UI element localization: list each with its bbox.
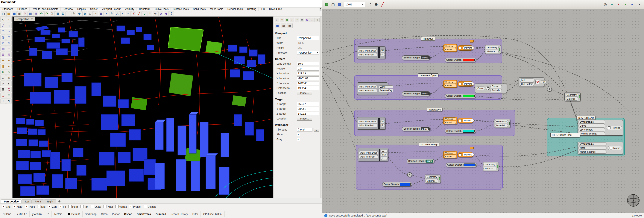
palette-tool-icon[interactable]: ≡	[6, 92, 12, 98]
panel-tab-icon[interactable]: ¶	[315, 18, 320, 22]
panel-tab-icon[interactable]: ≡	[280, 18, 284, 22]
osm-input-point-data[interactable]: OSM Point Data	[358, 49, 377, 52]
gh-toolbar-icon[interactable]: ╱	[380, 2, 385, 7]
toolbar-icon[interactable]: ↻	[110, 11, 114, 16]
osm-output[interactable]: W	[381, 150, 388, 153]
y-target-field[interactable]: 384.51	[297, 107, 320, 111]
palette-tool-icon[interactable]: ▤	[6, 46, 12, 52]
toolbar-icon[interactable]: ▥	[28, 11, 33, 16]
status-layer[interactable]: Default	[65, 211, 82, 217]
panel-subtab-icon[interactable]: ▣	[275, 23, 280, 28]
osnap-item[interactable]: ✓ Mid	[37, 205, 46, 208]
osm-output[interactable]: K	[380, 53, 385, 56]
material-input[interactable]: Material	[565, 97, 578, 100]
menu-item[interactable]: EvoluteTools Complete	[30, 8, 61, 11]
status-toggle[interactable]: Planar	[110, 211, 122, 217]
gh-zoom-combo[interactable]: 106%	[344, 2, 365, 7]
boolean-toggle-highways[interactable]: Boolean Toggle False	[402, 56, 430, 60]
osm-output[interactable]: Bldg	[381, 153, 388, 156]
toolbar-icon[interactable]: ◆	[164, 11, 169, 16]
geometry-material-buildings-2[interactable]: Geometry Material	[424, 174, 441, 183]
viewport-title-tab[interactable]: Perspective	[14, 17, 35, 21]
panel-tab-icon[interactable]: *	[295, 18, 299, 22]
list-input[interactable]: List	[520, 78, 534, 82]
panel-tab-icon[interactable]: ▤	[300, 18, 304, 22]
palette-tool-icon[interactable]: ¶	[6, 98, 12, 104]
closed-output[interactable]: Closed	[490, 85, 502, 88]
x-target-field[interactable]: 669.07	[297, 102, 320, 106]
palette-tool-icon[interactable]: ↖	[0, 17, 6, 22]
status-toggle[interactable]: Grid Snap	[82, 211, 99, 217]
osm-input-point-data[interactable]: OSM Point Data	[359, 151, 378, 154]
status-units[interactable]: Meters	[52, 211, 65, 217]
geometry-input[interactable]: Geometry	[565, 93, 578, 97]
panel-tab-icon[interactable]: ◎	[305, 18, 310, 22]
x-location-field[interactable]: 727.13	[297, 72, 320, 76]
closed-label[interactable]: Closed	[444, 155, 456, 158]
palette-tool-icon[interactable]: ∪	[0, 69, 6, 75]
osnap-checkbox[interactable]: ✓	[115, 205, 118, 208]
panel-scrollbar[interactable]	[320, 16, 322, 198]
palette-tool-icon[interactable]: ▦	[0, 46, 6, 52]
menu-item[interactable]: Transform	[136, 8, 152, 11]
toolbar-icon[interactable]: ╳	[50, 11, 55, 16]
toolbar-icon[interactable]: ?	[169, 11, 174, 16]
toolbar-icon[interactable]: □	[88, 11, 93, 16]
scroll-up-icon[interactable]	[320, 8, 321, 9]
panel-tab-icon[interactable]: ●	[275, 18, 279, 22]
geometry-material-buildings[interactable]: Geometry Material	[483, 162, 499, 171]
toolbar-icon[interactable]: ▧	[34, 11, 38, 16]
toolbar-icon[interactable]: +	[104, 11, 109, 16]
closed-label[interactable]: Closed	[444, 121, 456, 124]
sync-output-polyline[interactable]: Polyline	[606, 126, 622, 130]
toolbar-icon[interactable]: ◇	[158, 11, 163, 16]
zoom-dropdown-icon[interactable]	[362, 4, 364, 5]
osnap-item[interactable]: ✓ Near	[13, 205, 22, 208]
viewport-menu-arrow-icon[interactable]	[31, 18, 33, 20]
osnap-checkbox[interactable]: ✓	[2, 205, 5, 208]
menu-item[interactable]: Select	[88, 8, 100, 11]
rotation-field[interactable]: 0.0	[297, 67, 320, 70]
osnap-checkbox[interactable]	[144, 205, 147, 208]
toolbar-icon[interactable]: ▣	[17, 11, 22, 16]
toolbar-icon[interactable]: ⊡	[61, 11, 66, 16]
osm-input-file-path[interactable]: OSM File Path	[358, 53, 377, 56]
palette-tool-icon[interactable]: ▧	[6, 52, 12, 57]
toolbar-icon[interactable]: ▦	[12, 11, 17, 16]
closed-label[interactable]: Closed	[444, 48, 456, 51]
swatch-color[interactable]	[462, 94, 474, 98]
periodic-output[interactable]: Periodic	[490, 88, 502, 92]
gh-toolbar-icon[interactable]: ◉	[373, 2, 379, 7]
material-input[interactable]: Material	[486, 50, 498, 53]
panel-subtab-icon[interactable]: ◎	[281, 23, 286, 28]
menu-item[interactable]: CPlanes	[15, 8, 30, 11]
toolbar-icon[interactable]: ∪	[142, 11, 147, 16]
osm-input-point-data[interactable]: OSM Point Data	[358, 85, 377, 88]
navigation-compass[interactable]	[626, 194, 640, 208]
gh-toolbar-icon[interactable]: ▢	[330, 2, 336, 7]
vertices-label[interactable]: Vertices	[444, 118, 456, 120]
menu-scroll-arrows[interactable]	[319, 8, 322, 11]
vertices-param-leisure[interactable]: Vertices Closed	[443, 80, 457, 88]
vertices-param-waterways[interactable]: Vertices Closed	[443, 117, 457, 124]
display-mode-icon[interactable]: ●	[609, 2, 615, 7]
scroll-down-icon[interactable]	[320, 10, 321, 10]
command-input[interactable]	[0, 4, 322, 8]
gh-toolbar-icon[interactable]: ∷	[367, 2, 372, 7]
display-mode-icon[interactable]: ◐	[616, 2, 622, 7]
vertices-label[interactable]: Vertices	[444, 81, 456, 84]
viewport-tab[interactable]: Right	[44, 200, 56, 204]
geometry-material-waterways[interactable]: Geometry Material	[494, 119, 510, 128]
panel-tab-icon[interactable]: ◐	[290, 18, 294, 22]
panel-tab-icon[interactable]: ↔	[310, 18, 314, 22]
polyline-node-waterways[interactable]: Polyline	[458, 118, 473, 123]
palette-tool-icon[interactable]: ≈	[6, 40, 12, 46]
material-input[interactable]: Material	[483, 167, 496, 170]
geometry-material-leisure[interactable]: Geometry Material	[564, 92, 580, 101]
panel-tab-icon[interactable]: ◉	[285, 18, 289, 22]
swatch-color[interactable]	[462, 130, 474, 132]
toolbar-icon[interactable]: ▢	[1, 11, 6, 16]
osm-input-point-data[interactable]: OSM Point Data	[358, 120, 377, 123]
palette-tool-icon[interactable]: ⊞	[0, 87, 6, 92]
palette-tool-icon[interactable]: ╳	[6, 87, 12, 92]
